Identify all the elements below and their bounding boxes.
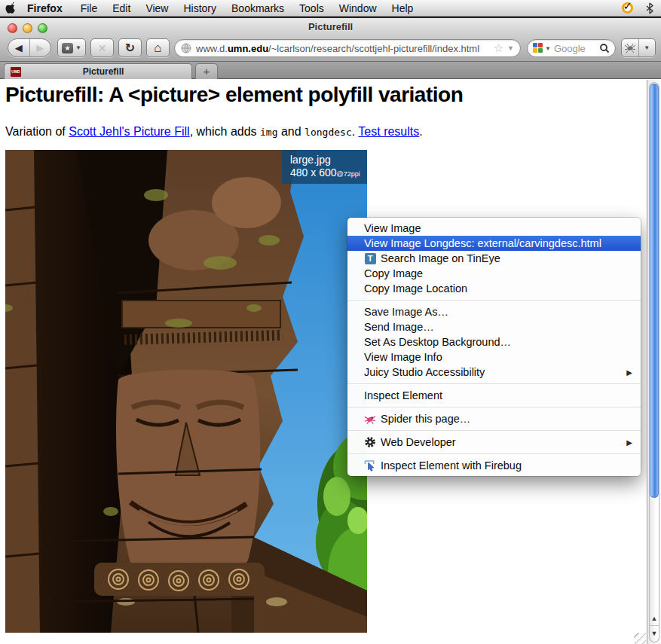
home-button[interactable]: ⌂ xyxy=(146,38,170,57)
menubar-item-history[interactable]: History xyxy=(176,0,224,17)
spider-icon xyxy=(624,43,636,53)
menu-item-inspect-element[interactable]: Inspect Element xyxy=(347,388,641,403)
tineye-icon: T xyxy=(364,252,376,264)
page-title: Picturefill: A <picture> element polyfil… xyxy=(5,83,463,107)
search-icon[interactable] xyxy=(599,43,610,53)
menubar-item-view[interactable]: View xyxy=(138,0,176,17)
home-icon: ⌂ xyxy=(154,41,161,56)
url-text: www.d.umn.edu/~lcarlson/research/scottje… xyxy=(196,43,479,54)
umd-favicon: UMD xyxy=(11,67,21,77)
back-button[interactable]: ◀ xyxy=(8,42,29,53)
image-filename: large.jpg xyxy=(290,154,367,166)
submenu-arrow-icon: ▶ xyxy=(626,438,632,447)
vertical-scrollbar: ▲ ▼ xyxy=(647,80,661,644)
forward-icon: ▶ xyxy=(36,42,44,53)
window-resize-grip[interactable] xyxy=(634,633,646,644)
menubar-item-file[interactable]: File xyxy=(73,0,106,17)
menubar-item-firefox[interactable]: Firefox xyxy=(20,0,73,17)
spider-icon xyxy=(364,413,376,425)
new-tab-button[interactable]: + xyxy=(195,63,218,79)
window-title-bar[interactable]: Picturefill xyxy=(0,17,661,35)
bluetooth-menu-icon[interactable] xyxy=(638,0,661,17)
menubar-item-tools[interactable]: Tools xyxy=(292,0,332,17)
menu-item-save-image-as[interactable]: Save Image As… xyxy=(347,304,641,319)
back-icon: ◀ xyxy=(15,42,23,53)
menu-item-juicy-studio-accessibility[interactable]: Juicy Studio Accessibility ▶ xyxy=(347,365,641,380)
reload-button[interactable]: ↻ xyxy=(118,38,142,57)
minimize-window-button[interactable] xyxy=(23,23,32,33)
scrollbar-track[interactable]: ▲ ▼ xyxy=(649,82,659,642)
menu-item-view-image-info[interactable]: View Image Info xyxy=(347,349,641,365)
image-size-overlay: large.jpg 480 x 600@72ppi xyxy=(282,150,367,184)
chevron-down-icon: ▼ xyxy=(75,44,81,51)
search-engine-label: Google xyxy=(554,43,599,54)
bluetooth-icon xyxy=(646,2,653,14)
menu-separator xyxy=(347,407,641,407)
stop-icon: ✕ xyxy=(98,42,107,54)
menu-separator xyxy=(347,430,641,431)
tab-label: Picturefill xyxy=(21,66,185,77)
menubar-item-edit[interactable]: Edit xyxy=(105,0,138,17)
bookmark-page-star-icon[interactable]: ☆ xyxy=(494,41,503,55)
window-controls xyxy=(8,23,47,33)
google-logo-icon xyxy=(533,43,543,53)
apple-menu-icon[interactable] xyxy=(0,2,20,14)
menu-separator xyxy=(347,453,641,454)
submenu-arrow-icon: ▶ xyxy=(626,368,632,377)
spider-toolbar-button: ▼ xyxy=(621,38,656,57)
intro-paragraph: Variation of Scott Jehl's Picture Fill, … xyxy=(5,125,423,139)
url-dropdown-icon[interactable]: ▼ xyxy=(507,44,514,52)
menu-item-web-developer[interactable]: Web Developer ▶ xyxy=(347,435,641,450)
macos-menu-bar: Firefox File Edit View History Bookmarks… xyxy=(0,0,661,17)
tab-bar: UMD Picturefill + xyxy=(0,62,661,79)
reload-icon: ↻ xyxy=(125,41,135,55)
menu-item-copy-image[interactable]: Copy Image xyxy=(347,266,641,281)
test-results-link[interactable]: Test results xyxy=(358,125,419,138)
window-title: Picturefill xyxy=(0,21,661,32)
search-input[interactable]: ▼ Google xyxy=(527,39,616,57)
menubar-item-window[interactable]: Window xyxy=(332,0,384,17)
stop-button[interactable]: ✕ xyxy=(90,38,114,57)
context-menu: View Image View Image Longdesc: external… xyxy=(347,218,641,476)
image-dimensions: 480 x 600@72ppi xyxy=(290,166,367,181)
scrollbar-arrows: ▲ ▼ xyxy=(650,611,659,641)
menubar-item-help[interactable]: Help xyxy=(384,0,421,17)
scrollbar-thumb[interactable] xyxy=(650,84,659,498)
img-code: img xyxy=(260,127,277,138)
spellcheck-menu-icon[interactable]: ✓ xyxy=(616,0,638,17)
forward-button[interactable]: ▶ xyxy=(30,42,51,53)
globe-icon xyxy=(181,43,191,53)
nav-back-forward-group: ◀ ▶ xyxy=(8,38,51,57)
menu-separator xyxy=(347,300,641,301)
browser-toolbar: ◀ ▶ ★ ▼ ✕ ↻ ⌂ www.d.umn.edu/~lcarlson/re… xyxy=(0,35,661,62)
search-engine-dropdown-icon[interactable]: ▼ xyxy=(545,45,551,52)
menu-separator xyxy=(347,383,641,384)
scroll-down-button[interactable]: ▼ xyxy=(650,626,659,641)
spider-dropdown-icon[interactable]: ▼ xyxy=(639,39,656,56)
url-bar[interactable]: www.d.umn.edu/~lcarlson/research/scottje… xyxy=(174,39,521,57)
close-window-button[interactable] xyxy=(8,23,17,33)
menu-item-send-image[interactable]: Send Image… xyxy=(347,319,641,334)
menu-item-spider-this-page[interactable]: Spider this page… xyxy=(347,411,641,426)
menu-item-view-image[interactable]: View Image xyxy=(347,221,641,236)
longdesc-code: longdesc xyxy=(304,127,352,138)
scroll-up-button[interactable]: ▲ xyxy=(650,611,659,626)
firebug-inspect-icon xyxy=(364,459,376,472)
zoom-window-button[interactable] xyxy=(38,23,47,33)
tab-picturefill[interactable]: UMD Picturefill xyxy=(4,63,192,79)
menu-item-set-desktop-background[interactable]: Set As Desktop Background… xyxy=(347,334,641,349)
bookmarks-button[interactable]: ★ ▼ xyxy=(57,38,86,57)
menu-item-inspect-element-firebug[interactable]: Inspect Element with Firebug xyxy=(347,458,641,473)
menu-item-copy-image-location[interactable]: Copy Image Location xyxy=(347,281,641,296)
temple-carving-image[interactable]: large.jpg 480 x 600@72ppi xyxy=(5,150,367,633)
apple-logo-icon xyxy=(5,2,16,14)
spellcheck-icon: ✓ xyxy=(622,2,633,14)
menu-item-search-tineye[interactable]: T Search Image on TinEye xyxy=(347,251,641,266)
menu-item-view-image-longdesc[interactable]: View Image Longdesc: external/carvingdes… xyxy=(347,236,641,251)
scott-jehl-link[interactable]: Scott Jehl's Picture Fill xyxy=(69,125,189,138)
bookmark-star-icon: ★ xyxy=(62,43,73,53)
gear-icon xyxy=(364,436,376,448)
spider-button[interactable] xyxy=(622,39,638,56)
menubar-item-bookmarks[interactable]: Bookmarks xyxy=(224,0,292,17)
image-ppi: @72ppi xyxy=(337,170,360,178)
